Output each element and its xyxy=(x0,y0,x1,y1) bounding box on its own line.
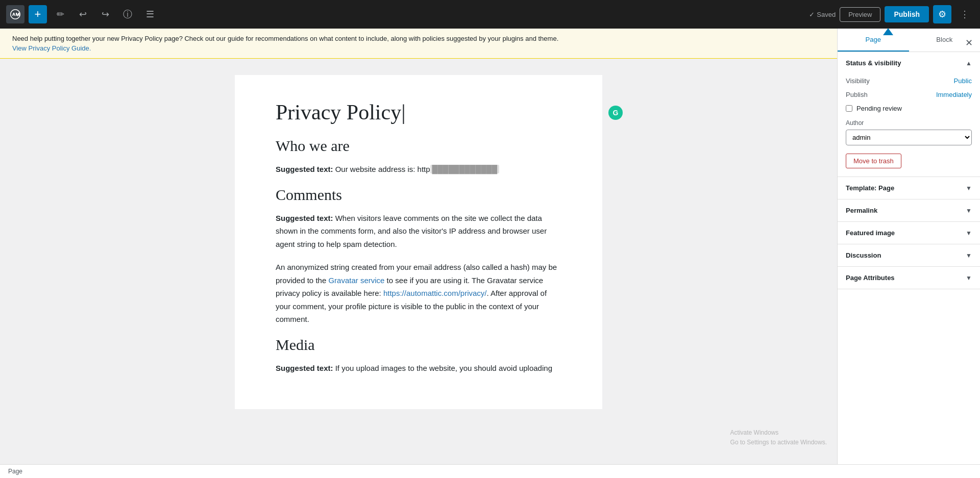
preview-button[interactable]: Preview xyxy=(840,7,880,22)
notice-link[interactable]: View Privacy Policy Guide. xyxy=(12,44,825,52)
permalink-section[interactable]: Permalink ▼ xyxy=(838,199,980,222)
list-view-button[interactable]: ☰ xyxy=(141,5,159,23)
pending-review-label: Pending review xyxy=(856,105,902,112)
info-button[interactable]: ⓘ xyxy=(118,5,137,23)
sidebar-tabs: Page Block xyxy=(838,29,980,52)
undo-icon: ↩ xyxy=(79,9,87,20)
sidebar: Page Block ✕ Status & visibility ▲ Visib… xyxy=(837,29,980,464)
redo-button[interactable]: ↪ xyxy=(96,5,114,23)
visibility-label: Visibility xyxy=(846,77,870,85)
redo-icon: ↪ xyxy=(102,9,109,20)
editor-area: Need help putting together your new Priv… xyxy=(0,29,837,464)
section-paragraph-comments-1: Suggested text: When visitors leave comm… xyxy=(276,212,561,251)
chevron-down-icon-permalink: ▼ xyxy=(966,207,972,214)
page-attributes-section[interactable]: Page Attributes ▼ xyxy=(838,267,980,289)
author-section: Author admin xyxy=(846,115,972,147)
saved-status: ✓ Saved xyxy=(809,11,836,18)
settings-button[interactable]: ⚙ xyxy=(933,5,951,23)
publish-arrow-indicator xyxy=(883,28,893,35)
chevron-up-icon: ▲ xyxy=(966,60,972,67)
sidebar-content: Status & visibility ▲ Visibility Public … xyxy=(838,52,980,464)
more-options-button[interactable]: ⋮ xyxy=(955,5,974,23)
featured-image-section[interactable]: Featured image ▼ xyxy=(838,222,980,244)
visibility-value[interactable]: Public xyxy=(954,77,972,85)
visibility-row: Visibility Public xyxy=(846,74,972,88)
toolbar: + ✏ ↩ ↪ ⓘ ☰ ✓ Saved Preview Publish ⚙ ⋮ xyxy=(0,0,980,29)
info-icon: ⓘ xyxy=(123,8,132,20)
author-label: Author xyxy=(846,119,972,127)
editor-page: G Privacy Policy Who we are Suggested te… xyxy=(235,75,602,409)
plus-icon: + xyxy=(35,8,41,21)
publish-label: Publish xyxy=(846,91,868,98)
suggested-text-label: Suggested text: xyxy=(276,165,333,173)
tab-page[interactable]: Page xyxy=(838,29,909,52)
notice-banner: Need help putting together your new Priv… xyxy=(0,29,837,59)
template-section[interactable]: Template: Page ▼ xyxy=(838,177,980,199)
featured-image-title: Featured image xyxy=(846,229,895,237)
chevron-down-icon-discussion: ▼ xyxy=(966,252,972,259)
publish-row: Publish Immediately xyxy=(846,88,972,102)
pending-review-row: Pending review xyxy=(846,102,972,115)
discussion-title: Discussion xyxy=(846,251,881,259)
status-visibility-header[interactable]: Status & visibility ▲ xyxy=(838,52,980,74)
ellipsis-icon: ⋮ xyxy=(960,9,969,20)
chevron-down-icon-featured: ▼ xyxy=(966,230,972,237)
pencil-icon: ✏ xyxy=(57,9,64,20)
page-attributes-title: Page Attributes xyxy=(846,274,895,282)
page-title[interactable]: Privacy Policy xyxy=(276,99,561,125)
suggested-text-label-2: Suggested text: xyxy=(276,214,333,222)
publish-button[interactable]: Publish xyxy=(885,6,929,22)
move-to-trash-button[interactable]: Move to trash xyxy=(846,154,901,168)
undo-button[interactable]: ↩ xyxy=(74,5,92,23)
discussion-section[interactable]: Discussion ▼ xyxy=(838,244,980,267)
wordpress-logo[interactable] xyxy=(6,5,24,23)
editor-scroll[interactable]: G Privacy Policy Who we are Suggested te… xyxy=(0,59,837,464)
chevron-down-icon-attributes: ▼ xyxy=(966,274,972,282)
chevron-down-icon-template: ▼ xyxy=(966,185,972,192)
grammarly-icon: G xyxy=(608,106,623,120)
close-sidebar-button[interactable]: ✕ xyxy=(962,36,976,50)
template-title: Template: Page xyxy=(846,184,894,192)
permalink-title: Permalink xyxy=(846,207,877,214)
automattic-link[interactable]: https://automattic.com/privacy/ xyxy=(383,289,487,297)
section-paragraph-media: Suggested text: If you upload images to … xyxy=(276,362,561,375)
statusbar: Page xyxy=(0,464,980,478)
author-select[interactable]: admin xyxy=(846,130,972,145)
status-visibility-title: Status & visibility xyxy=(846,59,901,67)
section-heading-who-we-are: Who we are xyxy=(276,137,561,155)
status-visibility-section: Status & visibility ▲ Visibility Public … xyxy=(838,52,980,177)
publish-value[interactable]: Immediately xyxy=(936,91,972,98)
suggested-text-label-3: Suggested text: xyxy=(276,364,333,372)
status-visibility-body: Visibility Public Publish Immediately Pe… xyxy=(838,74,980,177)
gear-icon: ⚙ xyxy=(938,9,946,20)
notice-text: Need help putting together your new Priv… xyxy=(12,35,558,42)
add-block-button[interactable]: + xyxy=(29,5,47,23)
section-heading-media: Media xyxy=(276,336,561,354)
gravatar-link[interactable]: Gravatar service xyxy=(328,276,384,285)
section-paragraph-comments-2: An anonymized string created from your e… xyxy=(276,261,561,326)
list-icon: ☰ xyxy=(146,9,154,20)
checkmark-icon: ✓ xyxy=(809,11,815,18)
statusbar-text: Page xyxy=(8,468,22,475)
pending-review-checkbox[interactable] xyxy=(846,105,852,112)
main-area: Need help putting together your new Priv… xyxy=(0,29,980,464)
section-heading-comments: Comments xyxy=(276,186,561,204)
tools-button[interactable]: ✏ xyxy=(51,5,69,23)
section-paragraph-who-we-are: Suggested text: Our website address is: … xyxy=(276,163,561,176)
